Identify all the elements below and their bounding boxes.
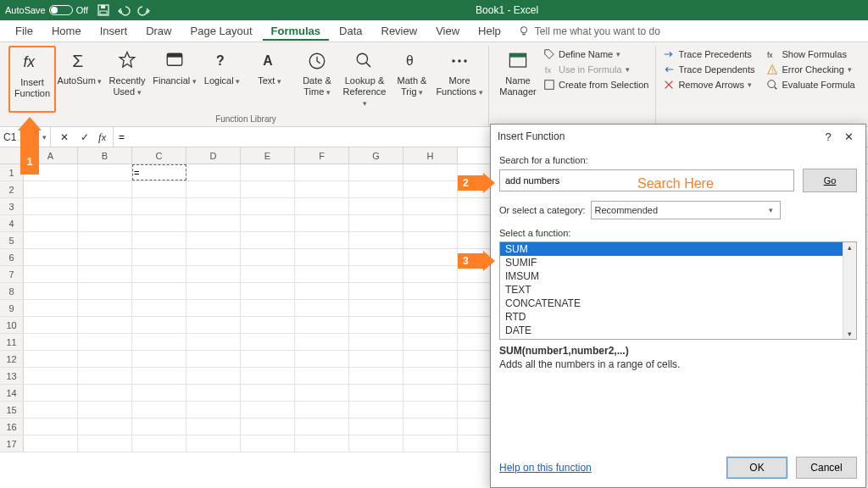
logical-button[interactable]: ? Logical — [198, 46, 246, 113]
fx-icon[interactable]: fx — [98, 130, 106, 144]
tab-page-layout[interactable]: Page Layout — [182, 21, 261, 41]
cell[interactable] — [295, 402, 349, 418]
row-header[interactable]: 10 — [0, 317, 24, 333]
cell[interactable] — [78, 385, 132, 401]
cell[interactable] — [295, 215, 349, 231]
cell[interactable] — [132, 317, 186, 333]
use-in-formula-button[interactable]: fx Use in Formula — [542, 63, 650, 76]
cell[interactable] — [132, 249, 186, 265]
cell[interactable] — [241, 419, 295, 435]
cell[interactable] — [295, 164, 349, 180]
cancel-button[interactable]: Cancel — [796, 457, 857, 479]
cell[interactable] — [78, 232, 132, 248]
help-on-function-link[interactable]: Help on this function — [499, 462, 592, 474]
cell[interactable] — [186, 368, 241, 384]
cell[interactable] — [241, 232, 295, 248]
cell[interactable] — [132, 266, 186, 282]
cell[interactable] — [241, 300, 295, 316]
cell[interactable] — [78, 351, 132, 367]
tell-me-search[interactable]: Tell me what you want to do — [518, 25, 660, 37]
cell[interactable] — [241, 385, 295, 401]
cell[interactable] — [295, 283, 349, 299]
cell[interactable] — [349, 249, 403, 265]
cancel-formula-icon[interactable]: ✕ — [58, 131, 71, 143]
cell[interactable] — [349, 368, 403, 384]
cell[interactable] — [78, 368, 132, 384]
row-header[interactable]: 1 — [0, 164, 24, 180]
cell[interactable] — [241, 181, 295, 197]
cell[interactable] — [295, 435, 349, 452]
cell[interactable] — [78, 435, 132, 452]
cell[interactable] — [186, 402, 241, 418]
tab-review[interactable]: Review — [373, 21, 426, 41]
cell[interactable] — [295, 419, 349, 435]
cell[interactable] — [132, 402, 186, 418]
cell[interactable] — [186, 164, 241, 180]
error-checking-button[interactable]: ! Error Checking — [765, 63, 856, 76]
row-header[interactable]: 17 — [0, 435, 24, 452]
autosave-toggle[interactable]: AutoSave Off — [5, 5, 88, 15]
cell[interactable] — [349, 419, 403, 435]
tab-view[interactable]: View — [427, 21, 468, 41]
cell[interactable] — [241, 317, 295, 333]
row-header[interactable]: 5 — [0, 232, 24, 248]
cell[interactable] — [295, 198, 349, 214]
undo-icon[interactable] — [117, 3, 131, 17]
row-header[interactable]: 11 — [0, 334, 24, 350]
col-header-e[interactable]: E — [241, 147, 295, 164]
save-icon[interactable] — [97, 3, 110, 17]
cell[interactable] — [186, 300, 241, 316]
cell[interactable] — [186, 317, 241, 333]
cell[interactable] — [186, 198, 241, 214]
cell[interactable] — [349, 198, 403, 214]
name-box[interactable]: C1 — [0, 127, 51, 147]
select-all-corner[interactable] — [0, 147, 24, 164]
cell[interactable] — [403, 266, 458, 282]
cell[interactable] — [403, 368, 458, 384]
cell[interactable] — [349, 385, 403, 401]
col-header-d[interactable]: D — [186, 147, 241, 164]
row-header[interactable]: 12 — [0, 351, 24, 367]
scroll-up-icon[interactable]: ▴ — [848, 242, 852, 252]
function-item[interactable]: CONCATENATE — [500, 297, 856, 310]
cell[interactable] — [403, 385, 458, 401]
function-list[interactable]: SUM SUMIF IMSUM TEXT CONCATENATE RTD DAT… — [499, 241, 857, 340]
cell[interactable] — [295, 300, 349, 316]
financial-button[interactable]: Financial — [151, 46, 198, 113]
cell[interactable] — [186, 435, 241, 452]
cell[interactable] — [132, 198, 186, 214]
cell[interactable] — [186, 385, 241, 401]
function-item[interactable]: RTD — [500, 310, 856, 324]
cell[interactable] — [241, 249, 295, 265]
remove-arrows-button[interactable]: Remove Arrows — [661, 78, 756, 92]
dialog-help-icon[interactable]: ? — [818, 130, 838, 143]
cell[interactable] — [295, 334, 349, 350]
cell[interactable] — [403, 249, 458, 265]
row-header[interactable]: 13 — [0, 368, 24, 384]
autosum-button[interactable]: Σ AutoSum — [56, 46, 103, 113]
cell[interactable] — [24, 317, 78, 333]
cell[interactable] — [295, 266, 349, 282]
row-header[interactable]: 2 — [0, 181, 24, 197]
cell[interactable] — [186, 249, 241, 265]
cell[interactable] — [295, 351, 349, 367]
cell[interactable] — [241, 435, 295, 452]
cell[interactable] — [403, 164, 458, 180]
autosave-switch[interactable] — [49, 5, 73, 15]
cell[interactable] — [24, 181, 78, 197]
cell[interactable] — [349, 300, 403, 316]
cell[interactable] — [403, 402, 458, 418]
cell[interactable] — [403, 351, 458, 367]
cell[interactable]: = — [132, 164, 186, 180]
tab-draw[interactable]: Draw — [137, 21, 180, 41]
cell[interactable] — [24, 402, 78, 418]
tab-data[interactable]: Data — [331, 21, 370, 41]
cell[interactable] — [186, 419, 241, 435]
date-time-button[interactable]: Date & Time — [293, 46, 341, 113]
cell[interactable] — [403, 300, 458, 316]
cell[interactable] — [132, 385, 186, 401]
cell[interactable] — [132, 232, 186, 248]
cell[interactable] — [132, 300, 186, 316]
function-list-scrollbar[interactable]: ▴ ▾ — [843, 242, 856, 339]
recently-used-button[interactable]: Recently Used — [103, 46, 151, 113]
